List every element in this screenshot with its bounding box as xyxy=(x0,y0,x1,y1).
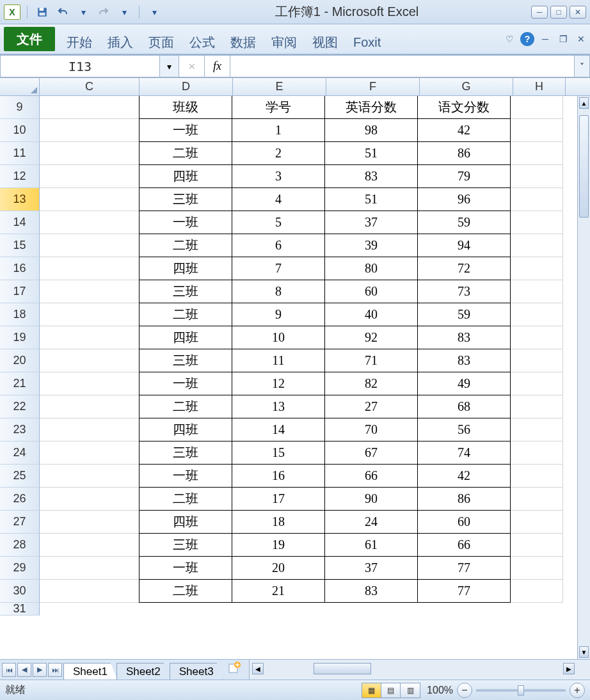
cell-D9[interactable]: 班级 xyxy=(139,96,232,119)
cell-C16[interactable] xyxy=(40,257,140,280)
cell-E11[interactable]: 2 xyxy=(232,141,325,165)
cell-E29[interactable]: 20 xyxy=(232,556,325,580)
tab-视图[interactable]: 视图 xyxy=(305,24,346,54)
cell-F25[interactable]: 66 xyxy=(324,464,418,488)
cell-G19[interactable]: 83 xyxy=(417,326,511,349)
cell-D24[interactable]: 三班 xyxy=(139,441,232,465)
cell-C12[interactable] xyxy=(40,165,140,188)
cell-F12[interactable]: 83 xyxy=(324,164,418,188)
row-header-13[interactable]: 13 xyxy=(0,188,40,211)
vertical-scrollbar[interactable]: ▲ ▼ xyxy=(577,96,590,659)
cell-D13[interactable]: 三班 xyxy=(139,187,232,211)
cell-C28[interactable] xyxy=(40,534,140,557)
maximize-button[interactable]: □ xyxy=(550,6,567,19)
column-header-D[interactable]: D xyxy=(140,78,233,95)
cell-H25[interactable] xyxy=(511,465,563,488)
cell-C29[interactable] xyxy=(40,557,140,580)
cell-H20[interactable] xyxy=(511,349,563,372)
cell-E15[interactable]: 6 xyxy=(232,234,325,257)
cell-G28[interactable]: 66 xyxy=(417,533,511,557)
cell-H12[interactable] xyxy=(511,165,563,188)
cell-D17[interactable]: 三班 xyxy=(139,280,232,303)
row-header-9[interactable]: 9 xyxy=(0,96,40,119)
cell-C14[interactable] xyxy=(40,211,140,234)
scroll-right-arrow[interactable]: ▶ xyxy=(563,663,575,674)
row-header-19[interactable]: 19 xyxy=(0,326,40,349)
sheet-tab-Sheet2[interactable]: Sheet2 xyxy=(116,663,170,680)
cell-E12[interactable]: 3 xyxy=(232,164,325,188)
cell-D27[interactable]: 四班 xyxy=(139,510,232,534)
cell-H10[interactable] xyxy=(511,119,563,142)
row-header-26[interactable]: 26 xyxy=(0,488,40,511)
cell-G27[interactable]: 60 xyxy=(417,510,511,534)
cell-H16[interactable] xyxy=(511,257,563,280)
cell-E25[interactable]: 16 xyxy=(232,464,325,488)
cell-G16[interactable]: 72 xyxy=(417,257,511,280)
redo-button[interactable] xyxy=(95,4,112,20)
view-normal-button[interactable]: ▦ xyxy=(362,683,381,697)
cell-F9[interactable]: 英语分数 xyxy=(324,96,418,119)
tab-数据[interactable]: 数据 xyxy=(223,24,264,54)
cell-H24[interactable] xyxy=(511,441,563,465)
row-header-10[interactable]: 10 xyxy=(0,119,40,142)
cell-H23[interactable] xyxy=(511,418,563,441)
zoom-slider[interactable] xyxy=(476,689,566,692)
cell-F14[interactable]: 37 xyxy=(324,211,418,234)
app-minimize-button[interactable]: ─ xyxy=(536,24,554,54)
app-close-button[interactable]: ✕ xyxy=(572,24,590,54)
cell-G21[interactable]: 49 xyxy=(417,372,511,395)
cell-G18[interactable]: 59 xyxy=(417,303,511,326)
sheet-nav-next[interactable]: ▶ xyxy=(33,663,47,677)
column-header-E[interactable]: E xyxy=(233,78,326,95)
row-header-23[interactable]: 23 xyxy=(0,418,40,441)
undo-button[interactable] xyxy=(54,4,71,20)
scroll-up-arrow[interactable]: ▲ xyxy=(579,97,589,109)
row-header-11[interactable]: 11 xyxy=(0,142,40,165)
cell-G20[interactable]: 83 xyxy=(417,349,511,372)
cell-F24[interactable]: 67 xyxy=(324,441,418,465)
cell-F17[interactable]: 60 xyxy=(324,280,418,303)
column-header-G[interactable]: G xyxy=(420,78,513,95)
row-header-12[interactable]: 12 xyxy=(0,165,40,188)
cell-G14[interactable]: 59 xyxy=(417,211,511,234)
cell-E13[interactable]: 4 xyxy=(232,187,325,211)
cell-G17[interactable]: 73 xyxy=(417,280,511,303)
cell-E26[interactable]: 17 xyxy=(232,487,325,511)
zoom-out-button[interactable]: − xyxy=(457,683,472,698)
insert-function-button[interactable]: fx xyxy=(205,55,230,77)
cell-F16[interactable]: 80 xyxy=(324,257,418,280)
cell-E17[interactable]: 8 xyxy=(232,280,325,303)
cell-H17[interactable] xyxy=(511,280,563,303)
cell-E10[interactable]: 1 xyxy=(232,118,325,142)
sheet-nav-first[interactable]: ⏮ xyxy=(2,663,16,677)
hscroll-thumb[interactable] xyxy=(314,663,371,674)
scroll-left-arrow[interactable]: ◀ xyxy=(252,663,264,674)
cell-G11[interactable]: 86 xyxy=(417,141,511,165)
cell-D30[interactable]: 二班 xyxy=(139,579,232,603)
cell-G23[interactable]: 56 xyxy=(417,418,511,441)
cell-E23[interactable]: 14 xyxy=(232,418,325,441)
cell-C15[interactable] xyxy=(40,234,140,257)
name-box-dropdown[interactable]: ▾ xyxy=(160,55,179,77)
row-header-18[interactable]: 18 xyxy=(0,303,40,326)
row-header-16[interactable]: 16 xyxy=(0,257,40,280)
formula-input[interactable] xyxy=(230,55,575,77)
row-header-25[interactable]: 25 xyxy=(0,465,40,488)
vscroll-thumb[interactable] xyxy=(579,115,589,218)
cell-F18[interactable]: 40 xyxy=(324,303,418,326)
cell-C20[interactable] xyxy=(40,349,140,372)
cell-G30[interactable]: 77 xyxy=(417,579,511,603)
zoom-slider-thumb[interactable] xyxy=(518,685,524,696)
cell-C26[interactable] xyxy=(40,488,140,511)
cell-D12[interactable]: 四班 xyxy=(139,164,232,188)
view-page-layout-button[interactable]: ▤ xyxy=(381,683,401,697)
sheet-nav-prev[interactable]: ◀ xyxy=(17,663,31,677)
column-header-H[interactable]: H xyxy=(513,78,566,95)
cell-H22[interactable] xyxy=(511,395,563,418)
cell-C25[interactable] xyxy=(40,465,140,488)
cell-C10[interactable] xyxy=(40,119,140,142)
row-header-14[interactable]: 14 xyxy=(0,211,40,234)
row-header-15[interactable]: 15 xyxy=(0,234,40,257)
row-header-30[interactable]: 30 xyxy=(0,580,40,603)
cell-G10[interactable]: 42 xyxy=(417,118,511,142)
